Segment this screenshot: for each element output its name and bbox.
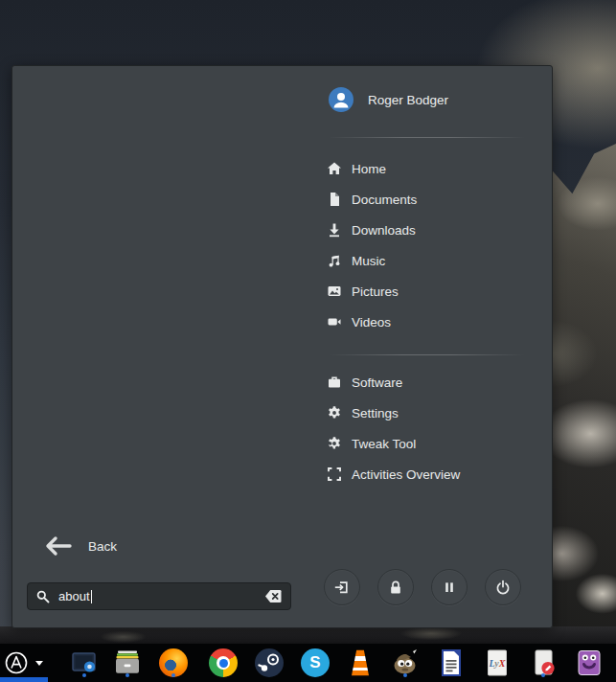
skype-letter: S xyxy=(309,653,320,672)
menu-item-videos[interactable]: Videos xyxy=(327,308,391,335)
steam-icon xyxy=(255,648,284,677)
pictures-icon xyxy=(327,284,342,299)
characters-icon xyxy=(574,648,605,678)
activities-overview-icon xyxy=(327,466,342,482)
settings-icon xyxy=(327,405,342,421)
taskbar-item-screenshot-tool[interactable] xyxy=(68,648,101,678)
clear-icon xyxy=(264,589,283,603)
back-arrow-icon xyxy=(44,534,73,557)
vlc-icon xyxy=(346,648,375,677)
menu-item-downloads[interactable]: Downloads xyxy=(327,216,416,243)
running-dot xyxy=(403,673,407,677)
separator xyxy=(329,354,525,355)
menu-item-label: Downloads xyxy=(352,223,416,238)
taskbar-item-text-editor[interactable] xyxy=(527,648,559,678)
running-dot xyxy=(171,673,175,677)
menu-item-documents[interactable]: Documents xyxy=(327,186,417,213)
pause-icon xyxy=(441,579,458,596)
power-icon xyxy=(494,579,512,596)
chrome-icon xyxy=(209,648,238,677)
menu-item-activities-overview[interactable]: Activities Overview xyxy=(327,461,460,488)
music-icon xyxy=(327,253,342,268)
power-button[interactable] xyxy=(485,569,521,605)
menu-item-tweak-tool[interactable]: Tweak Tool xyxy=(327,430,416,457)
menu-item-pictures[interactable]: Pictures xyxy=(327,278,399,305)
taskbar-item-files[interactable] xyxy=(111,648,144,678)
user-avatar xyxy=(329,87,354,112)
desktop: Roger Bodger Home Documents Downloads xyxy=(0,0,616,682)
menu-item-label: Videos xyxy=(352,315,391,330)
menu-item-home[interactable]: Home xyxy=(327,155,386,182)
libreoffice-writer-icon xyxy=(436,648,467,678)
menu-item-label: Documents xyxy=(352,193,417,207)
running-dot xyxy=(541,673,545,677)
user-account-item[interactable]: Roger Bodger xyxy=(329,86,448,113)
logout-icon xyxy=(333,579,351,596)
search-value-text: about xyxy=(58,589,90,603)
lyx-icon: LyX xyxy=(482,648,513,678)
suspend-button[interactable] xyxy=(431,569,468,605)
skype-icon: S xyxy=(301,648,330,677)
user-name: Roger Bodger xyxy=(368,93,448,107)
taskbar: S xyxy=(0,644,616,682)
search-input[interactable]: about xyxy=(27,582,291,610)
home-icon xyxy=(327,161,342,176)
menu-item-label: Activities Overview xyxy=(352,467,460,482)
documents-icon xyxy=(327,192,342,207)
taskbar-item-firefox[interactable] xyxy=(157,648,190,678)
wallpaper-rocks xyxy=(0,626,616,644)
taskbar-item-steam[interactable] xyxy=(253,648,285,678)
tweak-tool-icon xyxy=(327,436,342,451)
taskbar-item-gimp[interactable] xyxy=(389,648,422,678)
running-dot xyxy=(125,673,129,677)
search-icon xyxy=(35,589,51,604)
logout-button[interactable] xyxy=(324,569,360,605)
menu-item-label: Software xyxy=(352,375,402,390)
software-icon xyxy=(327,375,342,390)
chevron-down-icon xyxy=(35,661,43,666)
menu-item-label: Pictures xyxy=(352,284,399,299)
back-button[interactable]: Back xyxy=(44,533,117,559)
taskbar-item-skype[interactable]: S xyxy=(299,648,331,678)
videos-icon xyxy=(327,314,342,330)
menu-item-settings[interactable]: Settings xyxy=(327,399,399,426)
app-menu-panel: Roger Bodger Home Documents Downloads xyxy=(11,65,553,628)
svg-text:LyX: LyX xyxy=(489,658,506,669)
lock-button[interactable] xyxy=(377,569,414,605)
clear-search-button[interactable] xyxy=(264,589,283,603)
taskbar-item-chrome[interactable] xyxy=(207,648,240,678)
arc-menu-icon xyxy=(4,650,29,675)
lyx-letter-x: X xyxy=(498,658,506,669)
menu-item-label: Music xyxy=(352,254,385,268)
text-cursor xyxy=(91,590,93,603)
taskbar-item-characters[interactable] xyxy=(573,648,605,678)
menu-item-label: Home xyxy=(352,162,386,176)
active-indicator xyxy=(0,677,48,682)
running-dot xyxy=(82,673,86,677)
applications-menu-button[interactable] xyxy=(4,648,56,678)
menu-item-label: Tweak Tool xyxy=(352,437,416,451)
separator xyxy=(329,137,525,138)
downloads-icon xyxy=(327,222,342,238)
menu-item-software[interactable]: Software xyxy=(327,369,402,396)
taskbar-item-lyx[interactable]: LyX xyxy=(481,648,513,678)
taskbar-item-vlc[interactable] xyxy=(344,648,376,678)
search-value: about xyxy=(58,589,264,603)
person-icon xyxy=(329,87,354,112)
menu-item-label: Settings xyxy=(352,406,399,421)
back-label: Back xyxy=(88,539,117,554)
taskbar-item-libreoffice-writer[interactable] xyxy=(435,648,468,678)
lock-icon xyxy=(387,579,404,596)
menu-item-music[interactable]: Music xyxy=(327,247,385,274)
